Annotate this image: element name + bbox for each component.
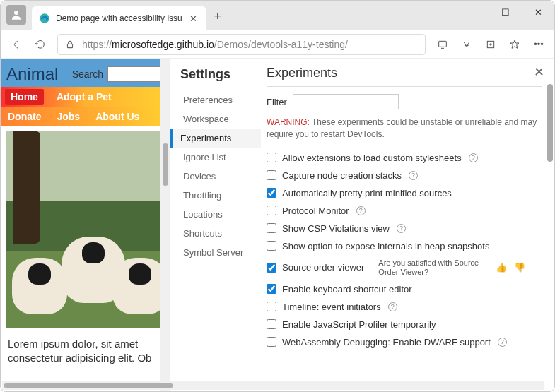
- favorite-icon[interactable]: [508, 39, 522, 50]
- experiment-label: Enable keyboard shortcut editor: [282, 284, 412, 295]
- close-button[interactable]: ✕: [522, 1, 554, 23]
- window-controls: — ☐ ✕: [457, 1, 554, 23]
- experiment-label: Enable JavaScript Profiler temporarily: [282, 319, 436, 330]
- refresh-button[interactable]: [33, 39, 47, 50]
- experiment-item: Source order viewerAre you satisfied wit…: [267, 255, 542, 280]
- help-icon[interactable]: ?: [498, 338, 507, 347]
- browser-tab[interactable]: Demo page with accessibility issu ✕: [32, 6, 206, 30]
- minimize-button[interactable]: —: [457, 1, 489, 23]
- horizontal-scrollbar[interactable]: [2, 381, 544, 390]
- svg-point-0: [14, 11, 18, 15]
- devtools-pane: Settings PreferencesWorkspaceExperiments…: [170, 59, 554, 391]
- more-icon[interactable]: •••: [532, 39, 546, 49]
- experiment-checkbox[interactable]: [267, 337, 276, 347]
- content-area: Animal Search Home Adopt a Pet Donate Jo…: [1, 59, 554, 391]
- secondary-nav: Donate Jobs About Us: [1, 107, 170, 126]
- settings-item-devices[interactable]: Devices: [180, 167, 261, 186]
- settings-item-workspace[interactable]: Workspace: [180, 109, 261, 129]
- settings-item-symbol-server[interactable]: Symbol Server: [180, 243, 261, 262]
- experiment-checkbox[interactable]: [267, 302, 276, 311]
- experiment-label: Source order viewer: [282, 262, 364, 273]
- nav-adopt[interactable]: Adopt a Pet: [57, 91, 112, 102]
- body-text: Lorem ipsum dolor, sit amet consectetur …: [1, 333, 170, 370]
- nav-home[interactable]: Home: [5, 89, 44, 105]
- experiments-title: Experiments: [267, 66, 542, 81]
- settings-item-ignore-list[interactable]: Ignore List: [180, 148, 261, 167]
- experiment-item: WebAssembly Debugging: Enable DWARF supp…: [267, 333, 542, 351]
- read-aloud-icon[interactable]: [460, 39, 474, 50]
- settings-item-shortcuts[interactable]: Shortcuts: [180, 224, 261, 243]
- experiments-pane: ✕ Experiments Filter WARNING: These expe…: [261, 59, 554, 391]
- warning-text: WARNING: These experiments could be unst…: [267, 117, 542, 141]
- site-header: Animal Search: [1, 59, 170, 87]
- help-icon[interactable]: ?: [356, 206, 366, 215]
- help-icon[interactable]: ?: [397, 224, 406, 233]
- experiment-checkbox[interactable]: [267, 206, 276, 215]
- primary-nav: Home Adopt a Pet: [1, 87, 170, 107]
- experiment-label: Automatically pretty print minified sour…: [282, 188, 452, 198]
- settings-item-preferences[interactable]: Preferences: [180, 90, 261, 109]
- page-scrollbar[interactable]: [160, 59, 170, 391]
- search-label: Search: [72, 69, 103, 80]
- experiment-item: Allow extensions to load custom styleshe…: [267, 149, 542, 167]
- window-titlebar: Demo page with accessibility issu ✕ + — …: [1, 1, 554, 30]
- experiment-label: Capture node creation stacks: [282, 170, 402, 181]
- settings-item-experiments[interactable]: Experiments: [170, 129, 261, 148]
- nav-jobs[interactable]: Jobs: [57, 111, 80, 122]
- experiment-checkbox[interactable]: [267, 284, 276, 294]
- experiment-label: Protocol Monitor: [282, 206, 349, 216]
- experiment-checkbox[interactable]: [267, 223, 276, 233]
- webpage-pane: Animal Search Home Adopt a Pet Donate Jo…: [1, 59, 170, 391]
- svg-rect-3: [439, 41, 447, 47]
- help-icon[interactable]: ?: [469, 153, 478, 162]
- thumbs-down-icon[interactable]: 👎: [514, 262, 525, 273]
- experiment-checkbox[interactable]: [267, 188, 276, 198]
- close-icon[interactable]: ✕: [534, 64, 544, 80]
- experiment-item: Show option to expose internals in heap …: [267, 237, 542, 255]
- nav-about[interactable]: About Us: [95, 111, 139, 122]
- settings-title: Settings: [180, 67, 261, 82]
- app-mode-icon[interactable]: [436, 39, 450, 50]
- experiment-label: Allow extensions to load custom styleshe…: [282, 153, 462, 163]
- experiment-checkbox[interactable]: [267, 319, 276, 329]
- experiment-item: Enable JavaScript Profiler temporarily: [267, 316, 542, 333]
- lock-icon: [65, 40, 75, 49]
- experiment-label: Timeline: event initiators: [282, 302, 381, 312]
- filter-input[interactable]: [293, 94, 399, 109]
- url-input[interactable]: https://microsoftedge.github.io/Demos/de…: [57, 34, 426, 55]
- collections-icon[interactable]: [484, 39, 498, 50]
- feedback-prompt: Are you satisfied with Source Order View…: [378, 259, 484, 277]
- experiment-checkbox[interactable]: [267, 170, 276, 180]
- filter-row: Filter: [267, 94, 542, 109]
- experiment-item: Show CSP Violations view?: [267, 220, 542, 237]
- hero-image: [6, 131, 165, 328]
- settings-item-throttling[interactable]: Throttling: [180, 186, 261, 205]
- site-brand: Animal: [6, 64, 58, 84]
- search-input[interactable]: [107, 66, 164, 82]
- profile-avatar[interactable]: [6, 5, 26, 25]
- experiment-checkbox[interactable]: [267, 153, 276, 162]
- divider: [267, 86, 542, 87]
- maximize-button[interactable]: ☐: [489, 1, 522, 23]
- address-bar: https://microsoftedge.github.io/Demos/de…: [1, 30, 554, 59]
- experiment-label: WebAssembly Debugging: Enable DWARF supp…: [282, 337, 491, 348]
- nav-donate[interactable]: Donate: [8, 111, 41, 122]
- experiment-checkbox[interactable]: [267, 263, 276, 273]
- help-icon[interactable]: ?: [388, 302, 397, 311]
- settings-sidebar: Settings PreferencesWorkspaceExperiments…: [170, 59, 261, 391]
- experiments-scrollbar[interactable]: [547, 84, 553, 162]
- experiment-label: Show option to expose internals in heap …: [282, 241, 489, 251]
- experiment-item: Enable keyboard shortcut editor: [267, 280, 542, 298]
- experiment-checkbox[interactable]: [267, 241, 276, 251]
- edge-icon: [39, 13, 50, 24]
- experiment-item: Protocol Monitor?: [267, 202, 542, 220]
- thumbs-up-icon[interactable]: 👍: [496, 262, 507, 273]
- back-button[interactable]: [9, 39, 23, 50]
- help-icon[interactable]: ?: [409, 171, 418, 180]
- svg-rect-2: [68, 44, 73, 47]
- new-tab-button[interactable]: +: [206, 9, 229, 24]
- experiment-label: Show CSP Violations view: [282, 223, 390, 234]
- tab-title: Demo page with accessibility issu: [56, 13, 182, 23]
- tab-close-icon[interactable]: ✕: [188, 13, 199, 24]
- settings-item-locations[interactable]: Locations: [180, 205, 261, 224]
